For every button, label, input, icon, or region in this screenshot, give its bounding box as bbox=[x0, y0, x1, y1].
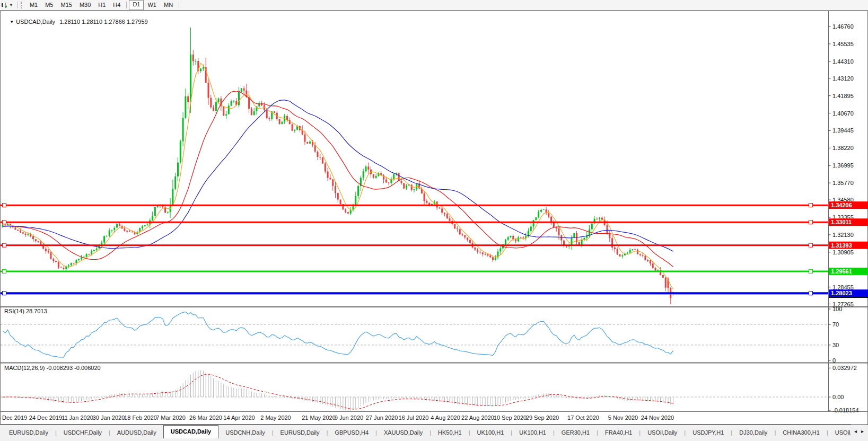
macd-tick-label: 0.032972 bbox=[832, 365, 857, 371]
date-tick-label: 5 Nov 2020 bbox=[608, 414, 638, 421]
ohlc-values: 1.28110 1.28110 1.27866 1.27959 bbox=[59, 19, 148, 25]
date-tick-label: 11 Jan 2020 bbox=[62, 414, 93, 421]
toolbar-separator bbox=[17, 2, 17, 8]
price-tick-label: 1.32130 bbox=[832, 232, 854, 238]
rsi-indicator-label: RSI(14) 28.7013 bbox=[4, 308, 47, 314]
price-tick-label: 1.45535 bbox=[832, 41, 854, 47]
date-tick-label: 5 Dec 2019 bbox=[0, 414, 27, 421]
rsi-tick-label: 0 bbox=[832, 357, 836, 364]
timeframe-buttons: M1M5M15M30H1H4D1W1MN bbox=[26, 0, 181, 10]
tab-uk100-h1[interactable]: UK100,H1 bbox=[470, 427, 511, 438]
price-tick-label: 1.46760 bbox=[832, 23, 854, 30]
hline-handle[interactable] bbox=[809, 243, 813, 247]
tab-usdchf-daily[interactable]: USDCHF,Daily bbox=[57, 427, 109, 438]
date-tick-label: 7 Mar 2020 bbox=[156, 414, 186, 421]
date-tick-label: 10 Sep 2020 bbox=[494, 414, 527, 421]
hline-handle[interactable] bbox=[809, 204, 813, 207]
price-tick-label: 1.30905 bbox=[832, 249, 854, 255]
timeframe-button-m1[interactable]: M1 bbox=[26, 1, 41, 10]
chart-canvas[interactable]: 1.467601.455351.443101.431201.418951.406… bbox=[0, 0, 868, 441]
mt4-window: ▼ M1M5M15M30H1H4D1W1MN 1.467601.455351.4… bbox=[0, 0, 868, 441]
toolbar-separator bbox=[179, 2, 179, 8]
price-tick-label: 1.40670 bbox=[832, 110, 854, 117]
tab-china300-h1[interactable]: CHINA300,H1 bbox=[776, 427, 827, 438]
tab-ger30-h1[interactable]: GER30,H1 bbox=[555, 427, 597, 438]
price-tick-label: 1.35770 bbox=[832, 180, 854, 186]
date-tick-label: 27 Jun 2020 bbox=[366, 414, 398, 421]
tab-hk50-h1[interactable]: HK50,H1 bbox=[431, 427, 469, 438]
tab-eurusd-daily[interactable]: EURUSD,Daily bbox=[274, 427, 327, 438]
timeframe-button-h1[interactable]: H1 bbox=[94, 1, 109, 10]
symbol-period-label: USDCAD,Daily bbox=[16, 19, 55, 25]
price-tick-label: 1.39445 bbox=[832, 127, 854, 134]
timeframe-button-m30[interactable]: M30 bbox=[76, 1, 94, 10]
hline-handle[interactable] bbox=[3, 204, 6, 207]
tab-gbpusd-h4[interactable]: GBPUSD,H4 bbox=[328, 427, 375, 438]
timeframe-button-h4[interactable]: H4 bbox=[109, 1, 124, 10]
price-tick-label: 1.28455 bbox=[832, 284, 854, 290]
date-tick-label: 29 Sep 2020 bbox=[526, 414, 559, 421]
date-tick-label: 2 May 2020 bbox=[260, 414, 291, 421]
date-tick-label: 26 Mar 2020 bbox=[189, 414, 222, 421]
rsi-tick-label: 100 bbox=[832, 306, 842, 312]
toolbar-grip[interactable] bbox=[21, 2, 23, 8]
one-click-expand-icon[interactable]: ▼ bbox=[10, 20, 14, 24]
date-tick-label: 16 Jul 2020 bbox=[399, 414, 429, 421]
rsi-tick-label: 70 bbox=[832, 321, 839, 328]
macd-tick-label: 0.00 bbox=[832, 394, 844, 400]
tab-usdcad-daily[interactable]: USDCAD,Daily bbox=[163, 425, 218, 438]
tab-usoil-daily[interactable]: USOil,Daily bbox=[641, 427, 684, 438]
date-tick-label: 24 Dec 2019 bbox=[29, 414, 62, 421]
hline-handle[interactable] bbox=[809, 292, 813, 295]
date-tick-label: 30 Jan 2020 bbox=[93, 414, 125, 421]
price-tick-label: 1.36995 bbox=[832, 162, 854, 169]
tab-xauusd-daily[interactable]: XAUUSD,Daily bbox=[377, 427, 429, 438]
price-tick-label: 1.44310 bbox=[832, 58, 854, 65]
price-tick-label: 1.41895 bbox=[832, 93, 854, 99]
tab-uk100-h1[interactable]: UK100,H1 bbox=[512, 427, 553, 438]
tab-usdcnh-daily[interactable]: USDCNH,Daily bbox=[218, 427, 272, 438]
date-axis[interactable]: 5 Dec 201924 Dec 201911 Jan 202030 Jan 2… bbox=[0, 414, 674, 421]
hline-price-badge: 1.28023 bbox=[831, 290, 852, 296]
tab-scroll-arrows: ◂ ▸ bbox=[851, 425, 867, 438]
tab-fra40-h1[interactable]: FRA40,H1 bbox=[598, 427, 639, 438]
timeframe-toolbar: ▼ M1M5M15M30H1H4D1W1MN bbox=[0, 0, 868, 11]
timeframe-button-w1[interactable]: W1 bbox=[144, 1, 160, 10]
tab-usdjpy-h1[interactable]: USDJPY,H1 bbox=[686, 427, 731, 438]
date-tick-label: 9 Jun 2020 bbox=[335, 414, 363, 421]
price-tick-label: 1.43120 bbox=[832, 75, 854, 82]
tab-eurusd-daily[interactable]: EURUSD,Daily bbox=[2, 427, 55, 438]
toolbar-separator bbox=[126, 2, 127, 8]
hline-handle[interactable] bbox=[3, 269, 6, 273]
date-tick-label: 18 Feb 2020 bbox=[124, 414, 157, 421]
chart-tool-icon[interactable]: ▼ bbox=[0, 1, 15, 10]
hline-price-badge: 1.29561 bbox=[831, 268, 852, 275]
hline-handle[interactable] bbox=[3, 292, 6, 295]
timeframe-button-d1[interactable]: D1 bbox=[129, 0, 144, 10]
symbol-tab-bar: EURUSD,Daily|USDCHF,Daily|AUDUSD,DailyUS… bbox=[0, 425, 868, 438]
chevron-down-icon: ▼ bbox=[9, 3, 13, 7]
hline-price-badge: 1.34206 bbox=[831, 202, 852, 208]
hline-handle[interactable] bbox=[3, 243, 6, 247]
timeframe-button-m15[interactable]: M15 bbox=[57, 1, 75, 10]
tab-scroll-right-icon[interactable]: ▸ bbox=[861, 428, 864, 434]
hline-price-badge: 1.31393 bbox=[831, 242, 852, 249]
date-tick-label: 17 Oct 2020 bbox=[567, 414, 599, 421]
hline-handle[interactable] bbox=[809, 220, 813, 224]
tab-dj30-daily[interactable]: DJ30,Daily bbox=[732, 427, 774, 438]
price-tick-label: 1.38220 bbox=[832, 145, 854, 151]
timeframe-button-mn[interactable]: MN bbox=[160, 1, 177, 10]
date-tick-label: 21 May 2020 bbox=[302, 414, 336, 421]
date-tick-label: 24 Nov 2020 bbox=[641, 414, 674, 421]
hline-handle[interactable] bbox=[3, 220, 6, 224]
date-tick-label: 22 Aug 2020 bbox=[461, 414, 494, 421]
rsi-tick-label: 30 bbox=[832, 342, 839, 348]
tab-scroll-left-icon[interactable]: ◂ bbox=[854, 428, 857, 434]
macd-tick-label: -0.018154 bbox=[832, 407, 859, 413]
chart-title: ▼USDCAD,Daily1.28110 1.28110 1.27866 1.2… bbox=[3, 12, 148, 31]
macd-indicator-label: MACD(12,26,9) -0.008293 -0.006020 bbox=[4, 365, 101, 371]
hline-price-badge: 1.33011 bbox=[831, 219, 852, 225]
hline-handle[interactable] bbox=[809, 269, 813, 273]
tab-audusd-daily[interactable]: AUDUSD,Daily bbox=[110, 427, 163, 438]
timeframe-button-m5[interactable]: M5 bbox=[41, 1, 57, 10]
